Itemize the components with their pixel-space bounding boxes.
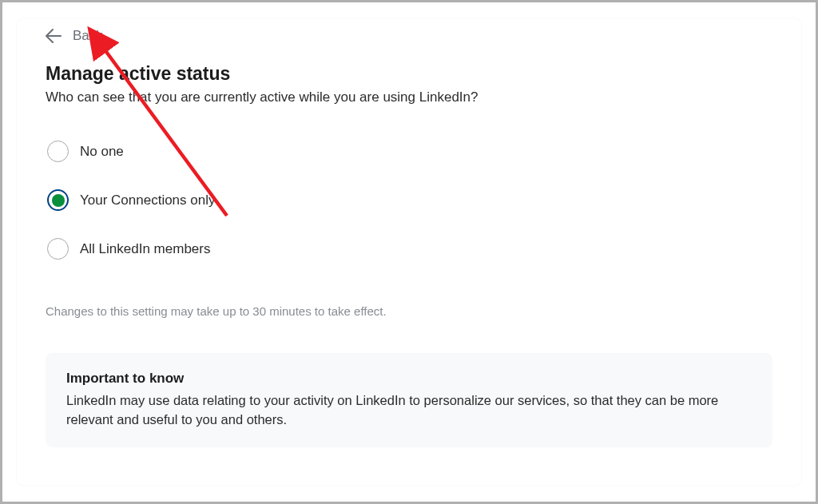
radio-selected-icon <box>47 189 69 211</box>
radio-label: Your Connections only <box>80 192 216 208</box>
page-subtitle: Who can see that you are currently activ… <box>46 89 772 105</box>
radio-label: All LinkedIn members <box>80 241 210 257</box>
settings-card: Back Manage active status Who can see th… <box>17 18 801 486</box>
radio-no-one[interactable]: No one <box>47 141 124 162</box>
info-body: LinkedIn may use data relating to your a… <box>66 391 752 430</box>
arrow-left-icon <box>46 29 62 43</box>
radio-icon <box>47 141 69 162</box>
page-title: Manage active status <box>46 63 772 85</box>
app-frame: Back Manage active status Who can see th… <box>2 2 816 502</box>
radio-label: No one <box>80 144 124 160</box>
active-status-radio-group: No one Your Connections only All LinkedI… <box>46 141 772 260</box>
back-label: Back <box>73 28 103 44</box>
back-button[interactable]: Back <box>46 25 103 63</box>
radio-icon <box>47 238 69 260</box>
radio-inner-dot-icon <box>52 194 65 207</box>
radio-connections-only[interactable]: Your Connections only <box>47 189 216 211</box>
info-title: Important to know <box>66 371 752 387</box>
important-info-box: Important to know LinkedIn may use data … <box>46 353 772 447</box>
radio-all-members[interactable]: All LinkedIn members <box>47 238 210 260</box>
effect-delay-note: Changes to this setting may take up to 3… <box>46 304 772 318</box>
